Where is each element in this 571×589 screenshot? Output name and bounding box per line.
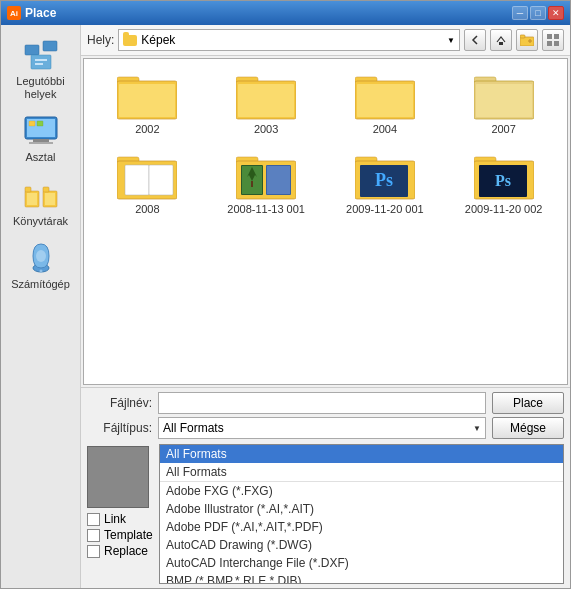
filename-label: Fájlnév:	[87, 396, 152, 410]
svg-rect-4	[35, 63, 43, 65]
maximize-button[interactable]: □	[530, 6, 546, 20]
views-button[interactable]	[542, 29, 564, 51]
template-checkbox-item[interactable]: Template	[87, 528, 155, 542]
svg-rect-51	[267, 166, 290, 194]
svg-rect-43	[125, 165, 149, 195]
filetype-dropdown[interactable]: All Formats ▼	[158, 417, 486, 439]
svg-rect-37	[357, 84, 413, 117]
folder-label-2008: 2008	[135, 203, 159, 215]
folder-label-200920002: 2009-11-20 002	[465, 203, 543, 215]
dropdown-item-fxg[interactable]: Adobe FXG (*.FXG)	[160, 482, 563, 500]
up-button[interactable]	[490, 29, 512, 51]
location-dropdown[interactable]: Képek ▼	[118, 29, 460, 51]
svg-rect-26	[554, 34, 559, 39]
location-label: Hely:	[87, 33, 114, 47]
folder-label-200811: 2008-11-13 001	[227, 203, 305, 215]
svg-rect-27	[547, 41, 552, 46]
window-title: Place	[25, 6, 56, 20]
file-grid-wrapper[interactable]: 2002 2003	[83, 58, 568, 385]
folder-item-2007[interactable]: 2007	[448, 67, 559, 139]
checkbox-area: Link Template Replace	[87, 512, 155, 558]
sidebar-item-desktop[interactable]: Asztal	[7, 109, 75, 168]
svg-rect-20	[499, 42, 503, 45]
sidebar-computer-label: Számítógép	[11, 278, 70, 291]
toolbar: Hely: Képek ▼	[81, 25, 570, 56]
svg-rect-34	[238, 84, 294, 117]
folder-item-2002[interactable]: 2002	[92, 67, 203, 139]
new-folder-button[interactable]	[516, 29, 538, 51]
folder-label-200920001: 2009-11-20 001	[346, 203, 424, 215]
folder-item-200920002[interactable]: Ps 2009-11-20 002	[448, 147, 559, 219]
dropdown-item-ai[interactable]: Adobe Illustrator (*.AI,*.AIT)	[160, 500, 563, 518]
svg-rect-16	[45, 193, 55, 205]
link-checkbox-item[interactable]: Link	[87, 512, 155, 526]
sidebar-item-recent[interactable]: Legutóbbi helyek	[7, 33, 75, 105]
filetype-value: All Formats	[163, 421, 473, 435]
title-controls: ─ □ ✕	[512, 6, 564, 20]
dropdown-item-bmp[interactable]: BMP (*.BMP,*.RLE,*.DIB)	[160, 572, 563, 584]
template-checkbox[interactable]	[87, 529, 100, 542]
folder-label-2002: 2002	[135, 123, 159, 135]
title-bar-left: Ai Place	[7, 6, 56, 20]
dropdown-item-dwg[interactable]: AutoCAD Drawing (*.DWG)	[160, 536, 563, 554]
dropdown-item-pdf[interactable]: Adobe PDF (*.AI,*.AIT,*.PDF)	[160, 518, 563, 536]
sidebar-item-libraries[interactable]: Könyvtárak	[7, 173, 75, 232]
svg-rect-1	[43, 41, 57, 51]
svg-rect-7	[33, 139, 49, 142]
preview-area: Link Template Replace	[87, 444, 155, 584]
svg-text:Ps: Ps	[495, 172, 511, 189]
sidebar-recent-label: Legutóbbi helyek	[13, 75, 69, 101]
filetype-row: Fájltípus: All Formats ▼ Mégse	[87, 417, 564, 439]
replace-label: Replace	[104, 544, 148, 558]
svg-rect-0	[25, 45, 39, 55]
svg-rect-9	[29, 121, 35, 126]
folder-label-2003: 2003	[254, 123, 278, 135]
location-arrow-icon: ▼	[447, 36, 455, 45]
file-grid: 2002 2003	[84, 59, 567, 227]
filename-row: Fájlnév: Place	[87, 392, 564, 414]
folder-label-2007: 2007	[491, 123, 515, 135]
location-value: Képek	[141, 33, 443, 47]
dropdown-item-all-formats-top[interactable]: All Formats	[160, 445, 563, 463]
folder-label-2004: 2004	[373, 123, 397, 135]
close-button[interactable]: ✕	[548, 6, 564, 20]
place-button[interactable]: Place	[492, 392, 564, 414]
minimize-button[interactable]: ─	[512, 6, 528, 20]
replace-checkbox[interactable]	[87, 545, 100, 558]
svg-rect-14	[43, 187, 49, 192]
svg-rect-2	[31, 55, 51, 69]
computer-icon	[23, 240, 59, 276]
dropdown-item-all-formats[interactable]: All Formats	[160, 463, 563, 482]
back-button[interactable]	[464, 29, 486, 51]
svg-rect-8	[29, 142, 53, 144]
sidebar: Legutóbbi helyek Asztal	[1, 25, 81, 588]
svg-rect-40	[476, 84, 532, 117]
dropdown-area: Link Template Replace	[87, 444, 564, 584]
sidebar-desktop-label: Asztal	[26, 151, 56, 164]
link-checkbox[interactable]	[87, 513, 100, 526]
folder-item-2004[interactable]: 2004	[330, 67, 441, 139]
template-label: Template	[104, 528, 153, 542]
folder-item-2003[interactable]: 2003	[211, 67, 322, 139]
svg-rect-25	[547, 34, 552, 39]
sidebar-libraries-label: Könyvtárak	[13, 215, 68, 228]
filename-input[interactable]	[158, 392, 486, 414]
svg-rect-49	[251, 181, 253, 187]
folder-item-200811[interactable]: 2008-11-13 001	[211, 147, 322, 219]
folder-item-2008[interactable]: 2008	[92, 147, 203, 219]
svg-text:Ps: Ps	[375, 170, 393, 190]
dropdown-item-dxf[interactable]: AutoCAD Interchange File (*.DXF)	[160, 554, 563, 572]
dialog-body: Legutóbbi helyek Asztal	[1, 25, 570, 588]
replace-checkbox-item[interactable]: Replace	[87, 544, 155, 558]
filetype-dropdown-list[interactable]: All Formats All Formats Adobe FXG (*.FXG…	[159, 444, 564, 584]
location-folder-icon	[123, 35, 137, 46]
cancel-button[interactable]: Mégse	[492, 417, 564, 439]
sidebar-item-computer[interactable]: Számítógép	[7, 236, 75, 295]
recent-icon	[23, 37, 59, 73]
main-area: Hely: Képek ▼	[81, 25, 570, 588]
svg-rect-22	[520, 35, 525, 38]
folder-item-200920001[interactable]: Ps 2009-11-20 001	[330, 147, 441, 219]
svg-point-19	[39, 269, 42, 272]
svg-rect-28	[554, 41, 559, 46]
filetype-label: Fájltípus:	[87, 421, 152, 435]
